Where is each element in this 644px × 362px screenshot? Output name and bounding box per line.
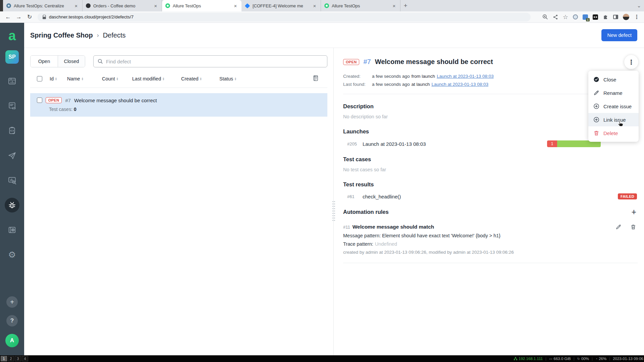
forward-button[interactable]: [14, 12, 23, 22]
delete-rule-icon[interactable]: [630, 224, 636, 230]
breadcrumb-section: Defects: [103, 32, 126, 39]
last-found-value: a few seconds ago: [372, 80, 410, 88]
user-avatar[interactable]: A: [5, 334, 19, 347]
divider: [343, 263, 638, 263]
column-name[interactable]: Name▴▾: [67, 76, 102, 81]
search-input[interactable]: [106, 59, 323, 64]
workspace-1[interactable]: 1: [1, 356, 7, 361]
sort-icon: ▴▾: [163, 77, 164, 80]
browser-tab-1[interactable]: Allure TestOps: Centralize: [3, 0, 83, 11]
sidebar-item-test-cases[interactable]: [5, 99, 19, 113]
sidebar-item-jobs[interactable]: [5, 223, 19, 237]
last-found-mid: at launch: [412, 80, 430, 88]
jira-diamond-icon: [245, 3, 250, 8]
created-launch-link[interactable]: Launch at 2023-01-13 08:03: [437, 72, 494, 80]
menu-item-create-issue[interactable]: Create issue: [588, 100, 639, 113]
row-checkbox[interactable]: [37, 98, 42, 103]
workspace-3[interactable]: 3: [15, 356, 21, 361]
pencil-icon: [593, 90, 599, 96]
toolbar-right: 1: [542, 13, 641, 21]
edit-rule-icon[interactable]: [615, 224, 622, 230]
pane-resize-divider[interactable]: [333, 48, 337, 355]
browser-menu-icon[interactable]: [634, 14, 639, 20]
drag-handle-icon[interactable]: [332, 200, 335, 222]
last-found-label: Last found:: [343, 80, 372, 88]
close-tab-icon[interactable]: [153, 3, 158, 9]
back-button[interactable]: [3, 12, 13, 22]
workspace-2[interactable]: 2: [8, 356, 14, 361]
defect-title: Welcome message should be correct: [375, 58, 493, 66]
test-plans-icon: [8, 126, 16, 135]
filter-closed-button[interactable]: Closed: [58, 56, 85, 67]
test-result-name[interactable]: check_headline(): [363, 194, 401, 199]
bookmark-star-icon[interactable]: [563, 13, 568, 21]
extension-globe-icon[interactable]: [573, 14, 578, 19]
tab-search-icon[interactable]: [634, 0, 644, 11]
filter-open-button[interactable]: Open: [31, 56, 58, 67]
close-tab-icon[interactable]: [233, 3, 238, 9]
column-count[interactable]: Count▴▾: [102, 76, 132, 81]
extension-dark-icon[interactable]: [593, 14, 598, 20]
add-rule-button[interactable]: [631, 208, 636, 215]
address-bar[interactable]: daschner.testops.cloud/project/2/defects…: [38, 13, 531, 21]
extension-badge: 1: [586, 18, 590, 21]
zoom-icon[interactable]: [542, 14, 548, 20]
sidebar-item-test-plans[interactable]: [5, 123, 19, 138]
browser-tab-2[interactable]: Orders - Coffee demo: [83, 0, 162, 11]
sidebar-item-defects[interactable]: [5, 198, 19, 213]
sidebar-item-settings[interactable]: [5, 247, 19, 262]
rule-meta-text: created by admin at 2023-01-13 09:06:26,…: [343, 250, 638, 255]
defect-row[interactable]: OPEN #7 Welcome message should be correc…: [30, 93, 327, 117]
close-tab-icon[interactable]: [73, 3, 79, 9]
defect-actions-menu-button[interactable]: [624, 55, 638, 69]
test-cases-empty-text: No test cases so far: [343, 167, 638, 172]
close-tab-icon[interactable]: [312, 3, 317, 9]
allure-logo[interactable]: a: [5, 29, 19, 42]
new-defect-button[interactable]: New defect: [601, 29, 637, 41]
new-tab-button[interactable]: [400, 0, 411, 11]
message-pattern-value: Element should have exact text 'Welcome!…: [382, 233, 500, 238]
menu-item-delete[interactable]: Delete: [588, 126, 639, 140]
browser-tab-bar: Allure TestOps: Centralize Orders - Coff…: [0, 0, 644, 11]
breadcrumb-project[interactable]: Spring Coffee Shop: [30, 32, 93, 39]
select-all-checkbox[interactable]: [37, 76, 42, 81]
side-panel-icon[interactable]: [613, 15, 618, 19]
automation-rule: #11 Welcome message should match Message…: [343, 224, 638, 255]
sidebar-item-analytics[interactable]: [5, 173, 19, 188]
sidebar-item-dashboards[interactable]: [5, 74, 19, 88]
launches-icon: [8, 151, 16, 160]
sort-icon: ▴▾: [55, 77, 57, 80]
browser-toolbar: daschner.testops.cloud/project/2/defects…: [0, 11, 644, 23]
last-found-launch-link[interactable]: Launch at 2023-01-13 08:03: [431, 80, 488, 88]
help-button[interactable]: [6, 315, 18, 326]
column-settings-icon[interactable]: [313, 75, 319, 83]
menu-item-link-issue[interactable]: Link issue: [588, 113, 639, 126]
menu-item-rename[interactable]: Rename: [588, 86, 639, 100]
workspace-4[interactable]: 4: [22, 356, 28, 361]
extension-translate-icon[interactable]: 1: [583, 14, 588, 20]
browser-tab-3-active[interactable]: Allure TestOps: [162, 0, 241, 11]
add-button[interactable]: [6, 296, 18, 308]
close-tab-icon[interactable]: [391, 3, 397, 9]
menu-item-close[interactable]: Close: [588, 73, 639, 86]
memory-icon: ◔: [595, 357, 597, 361]
breadcrumb-chevron-icon: [97, 32, 99, 39]
column-last-modified[interactable]: Last modified▴▾: [132, 76, 181, 81]
reload-button[interactable]: [25, 12, 34, 22]
tab-title: Allure TestOps: [173, 3, 230, 8]
test-cases-count-line: Test cases:0: [37, 107, 327, 112]
allure-blue-icon: [6, 3, 11, 8]
column-created[interactable]: Created▴▾: [181, 76, 219, 81]
tab-title: Orders - Coffee demo: [93, 3, 150, 8]
profile-avatar[interactable]: [623, 14, 629, 20]
sidebar-item-launches[interactable]: [5, 148, 19, 163]
column-id[interactable]: Id▴▾: [50, 76, 67, 81]
table-header: Id▴▾ Name▴▾ Count▴▾ Last modified▴▾ Crea…: [30, 75, 327, 88]
share-icon[interactable]: [553, 14, 558, 20]
column-status[interactable]: Status▴▾: [219, 76, 248, 81]
browser-tab-4[interactable]: [COFFEE-4] Welcome me: [241, 0, 321, 11]
extensions-puzzle-icon[interactable]: [603, 14, 608, 20]
launch-name[interactable]: Launch at 2023-01-13 08:03: [363, 141, 426, 147]
project-avatar[interactable]: SP: [5, 50, 19, 64]
browser-tab-5[interactable]: Allure TestOps: [321, 0, 400, 11]
